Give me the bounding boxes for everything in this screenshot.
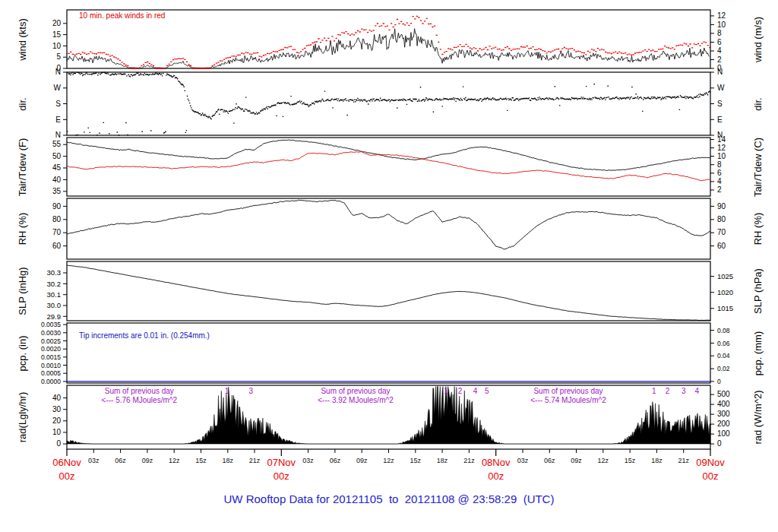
tick-label-left-wind: 5 [56, 52, 61, 61]
tick-label-left-slp: 30.0 [47, 301, 62, 309]
tick-label-right-pcp: 0.04 [717, 352, 730, 359]
tick-label-right-dir: N [717, 68, 723, 76]
panel-frame-slp [67, 261, 710, 321]
tick-label-right-rad: 300 [717, 410, 730, 418]
x-hour-label: 06z [538, 457, 561, 464]
slp-line-0 [67, 265, 710, 321]
x-hour-label: 21z [243, 457, 266, 464]
tick-label-right-temp: 14 [717, 135, 726, 144]
rad-sum-line1: Sum of previous day [318, 387, 393, 396]
rad-marker: 1 [225, 387, 229, 395]
rad-marker: 2 [666, 387, 670, 395]
rad-marker: 4 [695, 387, 700, 395]
tick-label-left-temp: 35 [52, 187, 62, 195]
x-hour-label: 09z [565, 457, 588, 464]
tick-label-left-rad: 20 [52, 416, 62, 425]
tick-label-right-rad: 200 [717, 420, 730, 428]
figure-title: UW Rooftop Data for 20121105 to 20121108… [0, 492, 778, 505]
x-hour-label: 18z [645, 457, 668, 464]
tick-label-right-rh: 90 [717, 202, 726, 211]
rh-line-0 [67, 200, 710, 249]
tick-label-left-wind: 20 [52, 19, 62, 27]
rad-sum-note: Sum of previous day<--- 5.76 MJoules/m^2 [102, 387, 177, 405]
axis-title-right-rh: RH (%) [752, 213, 764, 245]
tick-label-left-dir: W [54, 84, 62, 92]
tick-label-right-temp: 12 [717, 144, 726, 152]
tick-label-left-pcp: 0.0015 [41, 353, 61, 361]
axis-title-left-rh: RH (%) [17, 213, 28, 245]
axis-title-left-slp: SLP (inHg) [17, 267, 28, 315]
tick-label-left-pcp: 0.0025 [41, 337, 61, 345]
tick-label-right-dir: E [717, 116, 723, 124]
x-hour-label: 12z [592, 457, 615, 464]
axis-title-right-wind: wind (m/s) [752, 17, 764, 62]
axis-title-right-slp: SLP (hPa) [752, 268, 764, 314]
tick-label-right-wind: 2 [717, 55, 722, 64]
rad-sum-line1: Sum of previous day [530, 387, 606, 396]
tick-label-right-rad: 100 [717, 429, 730, 438]
tick-label-left-temp: 55 [52, 140, 62, 148]
panel-frame-dir [67, 72, 710, 135]
uw-rooftop-figure: 05101520024681012NESWNNESWN3540455055246… [0, 0, 778, 532]
tick-label-right-pcp: 0.02 [717, 365, 730, 372]
tick-label-left-rad: 40 [52, 394, 62, 402]
temp-line-1 [67, 152, 710, 181]
axis-title-right-rad: rad (W/m^2) [752, 390, 764, 444]
tick-label-left-rh: 90 [52, 202, 62, 211]
tick-label-right-rad: 400 [717, 400, 730, 408]
tick-label-left-slp: 30.1 [47, 290, 62, 299]
x-hour-label: 12z [163, 457, 185, 464]
tick-label-right-temp: 8 [717, 160, 722, 169]
rad-sum-line2: <--- 5.74 MJoules/m^2 [530, 396, 606, 405]
tick-label-left-pcp: 0.0010 [41, 362, 61, 369]
tick-label-right-dir: W [717, 84, 725, 92]
axis-title-right-temp: Tair/Tdew (C) [752, 137, 764, 196]
x-day-sublabel: 00z [473, 470, 519, 482]
tick-label-left-slp: 29.9 [47, 312, 62, 321]
tick-label-right-wind: 8 [717, 29, 722, 37]
tick-label-right-rad: 500 [717, 390, 730, 398]
tick-label-left-rad: 30 [52, 405, 62, 413]
rad-sum-note: Sum of previous day<--- 5.74 MJoules/m^2 [530, 387, 606, 405]
tick-label-right-dir: S [717, 100, 723, 108]
rad-marker: 1 [444, 387, 448, 395]
tick-label-right-temp: 6 [717, 169, 722, 177]
rad-marker: 4 [473, 387, 478, 395]
tick-label-left-rad: 10 [52, 428, 62, 436]
tick-label-left-wind: 15 [52, 30, 62, 39]
x-hour-label: 03z [82, 457, 105, 464]
tick-label-right-temp: 4 [717, 177, 722, 185]
tick-label-left-dir: E [55, 116, 61, 124]
tick-label-left-rad: 0 [56, 439, 61, 448]
tick-label-left-dir: N [55, 131, 61, 139]
tick-label-right-pcp: 0.06 [717, 340, 730, 347]
tick-label-left-temp: 40 [52, 176, 62, 184]
axis-title-left-pcp: pcp. (in) [17, 335, 28, 371]
x-day-sublabel: 00z [258, 470, 304, 482]
axis-title-left-temp: Tair/Tdew (F) [17, 138, 28, 196]
axis-title-left-dir: dir. [17, 97, 28, 110]
tick-label-left-temp: 45 [52, 163, 62, 172]
tick-label-right-pcp: 0 [717, 378, 721, 385]
tick-label-right-slp: 1015 [717, 304, 733, 312]
rad-marker: 2 [458, 387, 463, 395]
pcp-tip-note: Tip increments are 0.01 in. (0.254mm.) [79, 331, 210, 340]
axis-title-left-wind: wind (kts) [17, 18, 28, 61]
x-hour-label: 21z [672, 457, 695, 464]
x-hour-label: 15z [190, 457, 213, 464]
tick-label-left-rh: 70 [52, 228, 62, 236]
panel-frame-rh [67, 198, 710, 259]
tick-label-left-pcp: 0.0020 [41, 345, 61, 353]
tick-label-left-rh: 60 [52, 242, 62, 250]
chart-canvas: 05101520024681012NESWNNESWN3540455055246… [0, 0, 778, 532]
x-hour-label: 15z [618, 457, 641, 464]
tick-label-right-wind: 6 [717, 38, 722, 46]
tick-label-right-wind: 4 [717, 46, 722, 55]
rad-marker: 3 [682, 387, 686, 395]
tick-label-right-temp: 2 [717, 185, 722, 194]
rad-marker: 3 [249, 387, 254, 395]
x-hour-label: 12z [378, 457, 400, 464]
x-day-sublabel: 00z [688, 470, 733, 482]
x-hour-label: 15z [404, 457, 427, 464]
rad-sum-line2: <--- 5.76 MJoules/m^2 [102, 396, 177, 405]
